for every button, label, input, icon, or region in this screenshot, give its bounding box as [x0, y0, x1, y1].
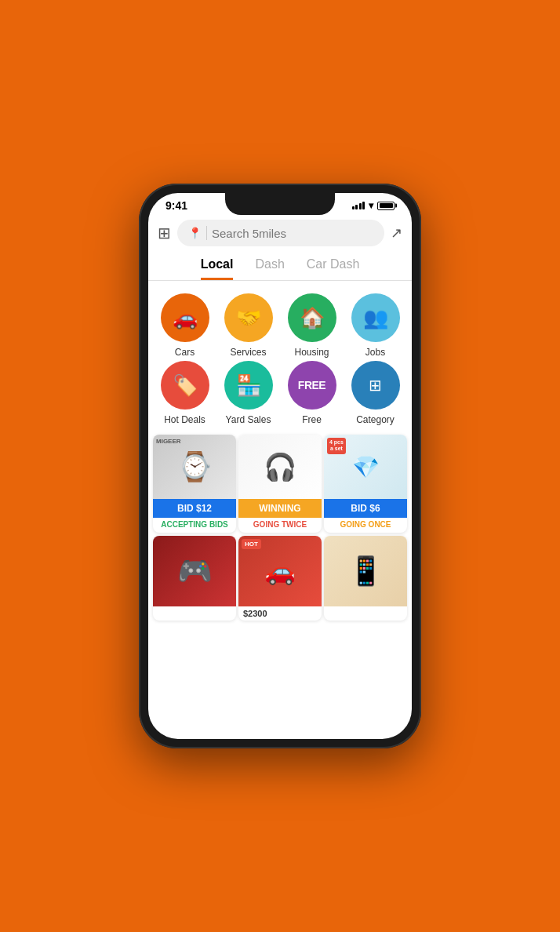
category-free[interactable]: FREE Free — [282, 361, 342, 425]
tab-car-dash[interactable]: Car Dash — [307, 257, 360, 280]
iphone-image: 📱 — [324, 536, 407, 606]
tab-local[interactable]: Local — [201, 257, 234, 280]
cars-label: Cars — [175, 347, 195, 358]
airpods-image: 🎧 — [238, 435, 322, 499]
pieces-badge: 4 pcsa set — [327, 438, 346, 454]
listings-row2: 🎮 HOT 🚗 $2300 📱 — [148, 536, 412, 625]
tab-divider — [148, 280, 412, 281]
search-divider — [206, 226, 207, 240]
jewelry-status: GOING ONCE — [324, 518, 407, 533]
location-pin-icon: 📍 — [188, 227, 202, 239]
housing-icon: 🏠 — [288, 293, 336, 342]
brand-label: MIGEER — [156, 438, 181, 445]
search-bar-row: ⊞ 📍 ↗ — [148, 215, 412, 251]
category-icon: ⊞ — [351, 361, 400, 410]
category-yard-sales[interactable]: 🏪 Yard Sales — [218, 361, 278, 425]
status-icons: ▾ — [352, 200, 395, 211]
hot-deals-label: Hot Deals — [164, 414, 205, 425]
wifi-icon: ▾ — [369, 200, 373, 211]
listings-grid: MIGEER ⌚ BID $12 ACCEPTING BIDS 🎧 WINNIN… — [148, 431, 412, 536]
services-icon: 🤝 — [224, 293, 273, 342]
gameboy-image: 🎮 — [153, 536, 236, 606]
hot-badge: HOT — [242, 539, 261, 549]
search-input[interactable] — [212, 227, 373, 240]
search-container[interactable]: 📍 — [177, 220, 384, 246]
status-time: 9:41 — [165, 199, 187, 212]
airpods-bid-bar: WINNING — [238, 499, 322, 518]
listing-iphone[interactable]: 📱 — [324, 536, 407, 621]
free-icon: FREE — [288, 361, 336, 410]
listing-watch[interactable]: MIGEER ⌚ BID $12 ACCEPTING BIDS — [153, 435, 236, 533]
listing-truck[interactable]: HOT 🚗 $2300 — [238, 536, 322, 621]
notch — [225, 193, 335, 215]
hot-deals-icon: 🏷️ — [161, 361, 209, 410]
grid-icon[interactable]: ⊞ — [158, 224, 171, 242]
tab-dash[interactable]: Dash — [255, 257, 284, 280]
cars-icon: 🚗 — [161, 293, 209, 342]
categories-grid: 🚗 Cars 🤝 Services 🏠 Housing 👥 Jobs 🏷️ Ho… — [148, 287, 412, 431]
category-cars[interactable]: 🚗 Cars — [155, 293, 215, 358]
listing-gameboy[interactable]: 🎮 — [153, 536, 236, 621]
category-label: Category — [356, 414, 395, 425]
jobs-icon: 👥 — [351, 293, 400, 342]
category-services[interactable]: 🤝 Services — [218, 293, 278, 358]
truck-price: $2300 — [238, 606, 322, 621]
airpods-status: GOING TWICE — [238, 518, 322, 533]
jewelry-image: 4 pcsa set 💎 — [324, 435, 407, 499]
category-hot-deals[interactable]: 🏷️ Hot Deals — [155, 361, 215, 425]
jewelry-bid-bar: BID $6 — [324, 499, 407, 518]
yard-sales-icon: 🏪 — [224, 361, 273, 410]
category-housing[interactable]: 🏠 Housing — [282, 293, 342, 358]
yard-sales-label: Yard Sales — [226, 414, 271, 425]
category-category[interactable]: ⊞ Category — [345, 361, 405, 425]
share-icon[interactable]: ↗ — [391, 224, 402, 242]
watch-status: ACCEPTING BIDS — [153, 518, 236, 533]
watch-image: MIGEER ⌚ — [153, 435, 236, 499]
housing-label: Housing — [294, 347, 329, 358]
phone-screen: 9:41 ▾ ⊞ 📍 ↗ — [148, 193, 412, 739]
watch-bid-bar: BID $12 — [153, 499, 236, 518]
free-label: Free — [302, 414, 322, 425]
jobs-label: Jobs — [365, 347, 385, 358]
battery-icon — [377, 202, 395, 210]
signal-icon — [352, 202, 365, 209]
listing-jewelry[interactable]: 4 pcsa set 💎 BID $6 GOING ONCE — [324, 435, 407, 533]
listing-airpods[interactable]: 🎧 WINNING GOING TWICE — [238, 435, 322, 533]
category-jobs[interactable]: 👥 Jobs — [345, 293, 405, 358]
truck-image: HOT 🚗 — [238, 536, 322, 606]
services-label: Services — [230, 347, 266, 358]
phone-frame: 9:41 ▾ ⊞ 📍 ↗ — [139, 184, 421, 748]
tabs-row: Local Dash Car Dash — [148, 251, 412, 280]
